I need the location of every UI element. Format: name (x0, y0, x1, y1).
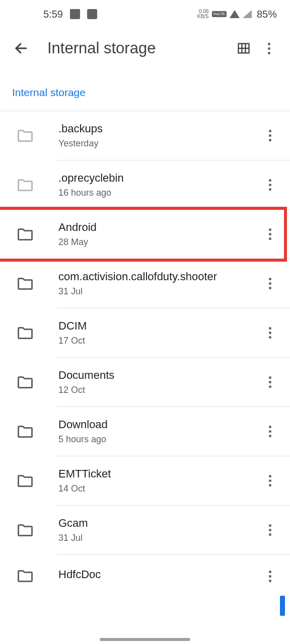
folder-name: Download (58, 418, 260, 431)
folder-icon (16, 373, 34, 391)
folder-row[interactable]: EMTTicket14 Oct (0, 456, 290, 505)
folder-more-button[interactable] (260, 175, 280, 195)
folder-row[interactable]: DCIM17 Oct (0, 308, 290, 357)
folder-row[interactable]: com.activision.callofduty.shooter31 Jul (0, 259, 290, 308)
folder-icon (16, 324, 34, 342)
folder-icon (16, 225, 34, 244)
folder-subtitle: 14 Oct (58, 484, 260, 494)
more-options-button[interactable] (259, 38, 279, 58)
folder-icon (16, 423, 34, 441)
folder-icon (16, 472, 34, 490)
status-bar: 5:59 0.06 KB/S VoLTE 85% (0, 0, 290, 28)
signal-icon (243, 10, 252, 18)
volte-icon: VoLTE (212, 11, 227, 17)
breadcrumb[interactable]: Internal storage (0, 68, 290, 111)
back-button[interactable] (11, 38, 31, 58)
network-speed: 0.06 KB/S (197, 9, 209, 19)
folder-name: DCIM (58, 319, 260, 333)
folder-name: .backups (58, 122, 260, 135)
folder-row[interactable]: Android28 May (0, 210, 290, 259)
folder-more-button[interactable] (260, 323, 280, 343)
battery-percent: 85% (257, 9, 277, 20)
folder-icon (16, 275, 34, 293)
scrollbar[interactable] (280, 596, 285, 616)
nav-gesture-bar (100, 638, 190, 641)
folder-name: .oprecyclebin (58, 172, 260, 185)
folder-name: Documents (58, 369, 260, 382)
folder-more-button[interactable] (260, 422, 280, 442)
folder-more-button[interactable] (260, 372, 280, 392)
folder-subtitle: Yesterday (58, 138, 260, 149)
wifi-icon (230, 10, 240, 18)
folder-icon (16, 176, 34, 194)
folder-subtitle: 12 Oct (58, 385, 260, 395)
folder-subtitle: 17 Oct (58, 336, 260, 346)
view-grid-button[interactable] (234, 38, 254, 58)
folder-more-button[interactable] (260, 471, 280, 491)
folder-icon (16, 521, 34, 539)
folder-row[interactable]: HdfcDoc (0, 555, 290, 597)
folder-more-button[interactable] (260, 224, 280, 245)
folder-subtitle: 5 hours ago (58, 434, 260, 445)
folder-subtitle: 31 Jul (58, 286, 260, 297)
status-time: 5:59 (43, 9, 63, 20)
folder-icon (16, 567, 34, 585)
app-notification-icon (87, 9, 97, 19)
folder-row[interactable]: Documents12 Oct (0, 358, 290, 407)
folder-list: .backupsYesterday .oprecyclebin16 hours … (0, 111, 290, 597)
folder-more-button[interactable] (260, 566, 280, 586)
folder-more-button[interactable] (260, 126, 280, 146)
image-notification-icon (70, 9, 80, 19)
folder-row[interactable]: .oprecyclebin16 hours ago (0, 160, 290, 209)
folder-more-button[interactable] (260, 520, 280, 540)
folder-row[interactable]: .backupsYesterday (0, 111, 290, 160)
folder-more-button[interactable] (260, 274, 280, 294)
folder-name: HdfcDoc (58, 568, 260, 581)
folder-name: Gcam (58, 517, 260, 530)
folder-row[interactable]: Download5 hours ago (0, 407, 290, 456)
folder-name: com.activision.callofduty.shooter (58, 270, 260, 283)
folder-subtitle: 28 May (58, 237, 260, 248)
folder-row[interactable]: Gcam31 Jul (0, 506, 290, 554)
folder-icon (16, 127, 34, 145)
folder-name: Android (58, 221, 260, 234)
folder-subtitle: 16 hours ago (58, 188, 260, 198)
app-bar: Internal storage (0, 28, 290, 68)
page-title: Internal storage (47, 39, 229, 57)
folder-name: EMTTicket (58, 467, 260, 480)
folder-subtitle: 31 Jul (58, 533, 260, 543)
